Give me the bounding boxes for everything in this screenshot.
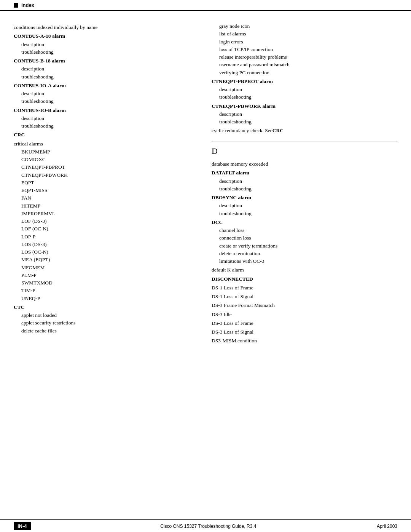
list-item: list of alarms bbox=[219, 30, 397, 38]
list-item: troubleshooting bbox=[21, 97, 196, 105]
list-item: troubleshooting bbox=[21, 48, 196, 56]
list-item: connection loss bbox=[219, 234, 397, 242]
list-item: cyclic redundancy check. SeeCRC bbox=[212, 127, 397, 134]
list-item: CONTBUS-IO-A alarm bbox=[14, 82, 196, 89]
list-item: CRC bbox=[14, 131, 196, 139]
list-item: loss of TCP/IP connection bbox=[219, 46, 397, 53]
list-item: TIM-P bbox=[21, 287, 196, 294]
list-item: description bbox=[21, 115, 196, 122]
list-item: CTNEQPT-PBPROT alarm bbox=[212, 78, 397, 85]
list-item: FAN bbox=[21, 194, 196, 202]
list-item: CTNEQPT-PBPROT bbox=[21, 163, 196, 171]
list-item: troubleshooting bbox=[219, 118, 397, 126]
page: Index conditions indexed individually by… bbox=[0, 0, 411, 532]
list-item: limitations with OC-3 bbox=[219, 257, 397, 265]
list-item: username and password mismatch bbox=[219, 61, 397, 69]
page-number-badge: IN-4 bbox=[14, 522, 31, 530]
list-item: description bbox=[219, 202, 397, 209]
list-item: gray node icon bbox=[219, 22, 397, 30]
list-item: PLM-P bbox=[21, 272, 196, 279]
list-item: critical alarms bbox=[14, 140, 196, 148]
list-item: EQPT-MISS bbox=[21, 187, 196, 194]
list-item: DS-3 Idle bbox=[212, 311, 397, 318]
list-item: BKUPMEMP bbox=[21, 148, 196, 156]
right-column: gray node icon list of alarms login erro… bbox=[206, 22, 397, 345]
list-item: troubleshooting bbox=[21, 122, 196, 130]
list-item: troubleshooting bbox=[219, 93, 397, 101]
list-item: delete cache files bbox=[21, 327, 196, 335]
list-item: troubleshooting bbox=[219, 185, 397, 193]
list-item: delete a termination bbox=[219, 250, 397, 257]
list-item: release interoperability problems bbox=[219, 53, 397, 61]
header-title: Index bbox=[21, 2, 34, 8]
list-item: DS-1 Loss of Signal bbox=[212, 293, 397, 300]
content-area: conditions indexed individually by name … bbox=[0, 11, 411, 368]
list-item: DS-1 Loss of Frame bbox=[212, 284, 397, 292]
list-item: CTNEQPT-PBWORK bbox=[21, 171, 196, 179]
section-divider bbox=[212, 142, 397, 142]
list-item: DISCONNECTED bbox=[212, 275, 397, 283]
list-item: DS3-MISM condition bbox=[212, 337, 397, 345]
list-item: description bbox=[219, 177, 397, 185]
section-letter-d: D bbox=[212, 146, 397, 157]
list-item: description bbox=[21, 41, 196, 48]
list-item: MEA (EQPT) bbox=[21, 256, 196, 264]
list-item: DATAFLT alarm bbox=[212, 169, 397, 177]
list-item: description bbox=[21, 65, 196, 73]
list-item: CONTBUS-IO-B alarm bbox=[14, 107, 196, 114]
list-item: LOS (OC-N) bbox=[21, 248, 196, 256]
list-item: LOF (DS-3) bbox=[21, 217, 196, 225]
list-item: IMPROPRMVL bbox=[21, 210, 196, 217]
list-item: DS-3 Loss of Signal bbox=[212, 328, 397, 336]
list-item: database memory exceeded bbox=[212, 160, 397, 168]
list-item: DS-3 Loss of Frame bbox=[212, 320, 397, 327]
list-item: login errors bbox=[219, 38, 397, 46]
list-item: default K alarm bbox=[212, 266, 397, 274]
list-item: SWMTXMOD bbox=[21, 279, 196, 287]
list-item: UNEQ-P bbox=[21, 295, 196, 302]
footer-title: Cisco ONS 15327 Troubleshooting Guide, R… bbox=[40, 524, 377, 529]
header-square-icon bbox=[14, 3, 18, 8]
list-item: COMIOXC bbox=[21, 156, 196, 163]
list-item: EQPT bbox=[21, 179, 196, 187]
list-item: HITEMP bbox=[21, 202, 196, 210]
list-item: troubleshooting bbox=[219, 210, 397, 217]
list-item: DCC bbox=[212, 219, 397, 226]
list-item: LOF (OC-N) bbox=[21, 225, 196, 233]
list-item: conditions indexed individually by name bbox=[14, 24, 196, 31]
list-item: troubleshooting bbox=[21, 73, 196, 81]
list-item: applet not loaded bbox=[21, 312, 196, 319]
list-item: description bbox=[219, 86, 397, 93]
list-item: MFGMEM bbox=[21, 264, 196, 272]
list-item: CONTBUS-A-18 alarm bbox=[14, 32, 196, 40]
list-item: DBOSYNC alarm bbox=[212, 194, 397, 201]
list-item: DS-3 Frame Format Mismatch bbox=[212, 302, 397, 309]
footer: IN-4 Cisco ONS 15327 Troubleshooting Gui… bbox=[0, 519, 411, 532]
list-item: create or verify terminations bbox=[219, 242, 397, 250]
list-item: LOP-P bbox=[21, 233, 196, 241]
list-item: description bbox=[21, 90, 196, 97]
list-item: channel loss bbox=[219, 227, 397, 234]
list-item: CONTBUS-B-18 alarm bbox=[14, 57, 196, 65]
left-column: conditions indexed individually by name … bbox=[14, 22, 206, 345]
list-item: applet security restrictions bbox=[21, 319, 196, 327]
list-item: LOS (DS-3) bbox=[21, 241, 196, 248]
list-item: description bbox=[219, 110, 397, 118]
list-item: verifying PC connection bbox=[219, 69, 397, 77]
footer-date: April 2003 bbox=[377, 524, 397, 529]
list-item: CTC bbox=[14, 304, 196, 311]
list-item: CTNEQPT-PBWORK alarm bbox=[212, 102, 397, 110]
header-bar: Index bbox=[0, 0, 411, 11]
